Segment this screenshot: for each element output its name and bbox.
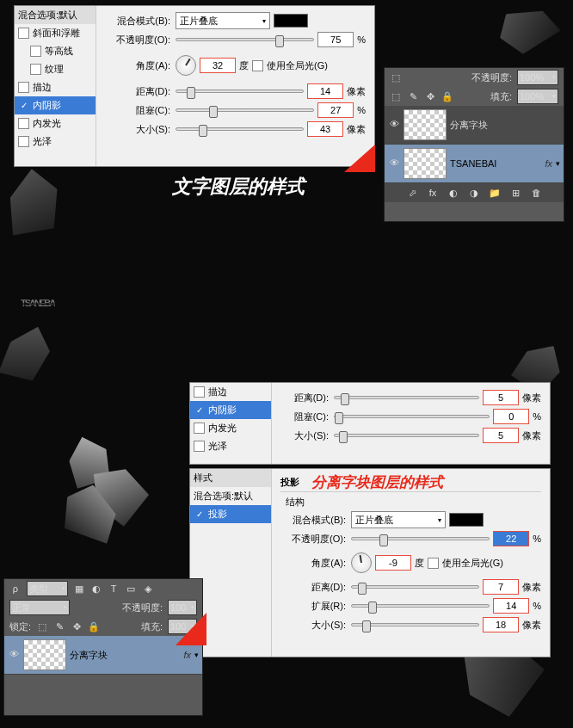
style-drop-shadow[interactable]: ✓投影 [190, 505, 271, 523]
checkbox-icon[interactable]: ✓ [194, 404, 205, 416]
image-filter-icon[interactable]: ▦ [73, 583, 85, 595]
blend-mode-dropdown[interactable]: 正片叠底 [351, 511, 446, 528]
smart-filter-icon[interactable]: ◈ [142, 583, 154, 595]
angle-dial[interactable] [176, 55, 196, 76]
lock-move-icon[interactable]: ✥ [71, 620, 83, 632]
distance-slider[interactable] [334, 396, 479, 399]
adjust-filter-icon[interactable]: ◐ [90, 583, 102, 595]
lock-brush-icon[interactable]: ✎ [407, 90, 419, 102]
fx-badge[interactable]: fx [183, 650, 191, 660]
checkbox-icon[interactable] [30, 64, 41, 75]
distance-slider[interactable] [176, 89, 304, 93]
blending-options-default[interactable]: 混合选项:默认 [190, 487, 271, 505]
lock-all-icon[interactable]: 🔒 [88, 620, 100, 632]
chevron-down-icon[interactable]: ▾ [556, 159, 560, 168]
style-inner-glow[interactable]: 内发光 [15, 114, 96, 133]
layer-row[interactable]: 👁 分离字块 fx ▾ [4, 636, 202, 675]
layer-name[interactable]: 分离字块 [70, 649, 180, 662]
lock-move-icon[interactable]: ✥ [424, 90, 436, 102]
opacity-input[interactable] [317, 32, 354, 47]
layer-row[interactable]: 👁 分离字块 [385, 106, 564, 145]
mask-icon[interactable]: ◐ [447, 187, 459, 199]
checkbox-icon[interactable] [194, 423, 205, 434]
blend-mode-dropdown[interactable]: 正片叠底 [176, 12, 270, 29]
new-layer-icon[interactable]: ⊞ [509, 187, 521, 199]
lock-brush-icon[interactable]: ✎ [53, 620, 65, 632]
layer-thumbnail[interactable] [404, 148, 447, 179]
checkbox-icon[interactable] [30, 46, 41, 57]
lock-all-icon[interactable]: 🔒 [441, 90, 453, 102]
lock-pixels-icon[interactable]: ⬚ [390, 90, 402, 102]
choke-input[interactable] [317, 102, 354, 118]
size-input[interactable] [483, 617, 519, 632]
blend-mode-dropdown[interactable]: 正常 [9, 600, 70, 615]
style-satin[interactable]: 光泽 [15, 133, 96, 151]
style-bevel[interactable]: 斜面和浮雕 [15, 24, 96, 42]
style-stroke[interactable]: 描边 [190, 383, 271, 401]
style-inner-shadow[interactable]: ✓内阴影 [15, 96, 96, 114]
checkbox-icon[interactable] [194, 386, 205, 398]
checkbox-icon[interactable] [18, 136, 29, 147]
fx-icon[interactable]: fx [427, 187, 439, 199]
size-slider[interactable] [351, 623, 479, 626]
opacity-slider[interactable] [351, 537, 490, 540]
spread-slider[interactable] [351, 604, 490, 608]
angle-input[interactable] [200, 58, 236, 73]
choke-slider[interactable] [334, 415, 490, 418]
size-slider[interactable] [176, 127, 304, 131]
choke-input[interactable] [493, 409, 529, 424]
checkbox-icon[interactable] [18, 82, 29, 93]
layer-name[interactable]: 分离字块 [450, 119, 488, 132]
spread-input[interactable] [493, 598, 529, 614]
trash-icon[interactable]: 🗑 [530, 187, 542, 199]
fx-badge[interactable]: fx [545, 158, 552, 169]
style-texture[interactable]: 纹理 [15, 60, 96, 78]
global-light-checkbox[interactable] [252, 60, 263, 71]
visibility-eye-icon[interactable]: 👁 [8, 649, 20, 661]
checkbox-icon[interactable] [194, 441, 205, 452]
fill-spinner[interactable]: 100% [517, 89, 558, 104]
filter-icon[interactable]: ⬚ [390, 71, 402, 83]
style-inner-glow[interactable]: 内发光 [190, 419, 271, 437]
checkbox-icon[interactable]: ✓ [194, 509, 205, 520]
checkbox-icon[interactable]: ✓ [18, 100, 29, 111]
visibility-eye-icon[interactable]: 👁 [388, 157, 400, 170]
shape-filter-icon[interactable]: ▭ [125, 583, 137, 595]
size-input[interactable] [307, 121, 343, 137]
filter-kind-icon[interactable]: ρ [9, 583, 22, 595]
size-input[interactable] [483, 428, 519, 443]
color-swatch[interactable] [449, 513, 484, 527]
opacity-slider[interactable] [176, 38, 314, 41]
style-stroke[interactable]: 描边 [15, 78, 96, 96]
choke-slider[interactable] [176, 108, 314, 112]
layer-name[interactable]: TSANEBAI [450, 158, 541, 169]
style-inner-shadow[interactable]: ✓内阴影 [190, 401, 271, 419]
blend-mode-label: 混合模式(B): [105, 15, 172, 28]
angle-dial[interactable] [351, 552, 372, 573]
link-icon[interactable]: ⬀ [406, 187, 418, 199]
adjustment-icon[interactable]: ◑ [468, 187, 480, 199]
layer-row[interactable]: 👁 TSANEBAI fx ▾ [385, 145, 564, 183]
style-contour[interactable]: 等高线 [15, 42, 96, 60]
checkbox-icon[interactable] [18, 118, 29, 129]
layer-thumbnail[interactable] [404, 109, 447, 140]
layer-thumbnail[interactable] [23, 639, 66, 670]
color-swatch[interactable] [274, 14, 308, 28]
global-light-checkbox[interactable] [428, 558, 439, 569]
angle-input[interactable] [375, 555, 411, 571]
type-filter-icon[interactable]: T [108, 583, 120, 595]
style-satin[interactable]: 光泽 [190, 437, 271, 455]
distance-slider[interactable] [351, 585, 479, 589]
distance-input[interactable] [483, 579, 519, 595]
opacity-spinner[interactable]: 100% [517, 70, 558, 85]
opacity-input[interactable] [493, 531, 529, 546]
kind-dropdown[interactable]: 类型 [27, 581, 68, 596]
checkbox-icon[interactable] [18, 28, 29, 39]
folder-icon[interactable]: 📁 [489, 187, 501, 199]
size-slider[interactable] [334, 434, 479, 437]
lock-pixels-icon[interactable]: ⬚ [36, 620, 48, 632]
visibility-eye-icon[interactable]: 👁 [388, 119, 400, 131]
distance-input[interactable] [307, 83, 343, 99]
distance-input[interactable] [483, 390, 519, 405]
chevron-down-icon[interactable]: ▾ [194, 651, 199, 659]
